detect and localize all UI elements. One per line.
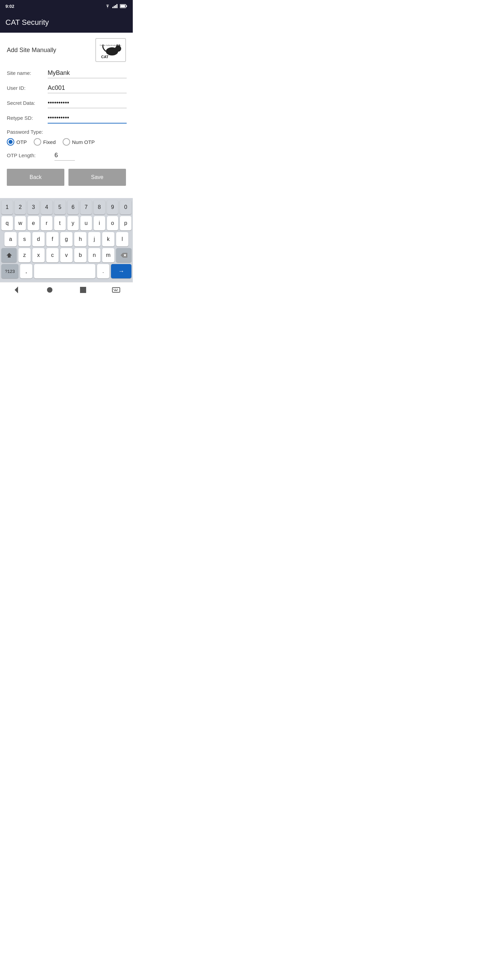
radio-otp-inner [8,140,13,144]
otp-length-label: OTP Length: [7,153,54,158]
app-bar: CAT Security [0,12,133,33]
key-v[interactable]: v [60,248,72,262]
radio-fixed[interactable]: Fixed [34,138,56,146]
key-5[interactable]: 5 [54,200,66,215]
keyboard-zxcv-row: z x c v b n m [2,248,131,262]
key-6[interactable]: 6 [67,200,79,215]
retype-sd-row: Retype SD: [7,114,126,124]
cat-logo: CAT Cellular Authentication Team [95,38,126,62]
keyboard-qwerty-row: q w e r t y u i o p [2,216,131,231]
nav-recents-icon[interactable] [78,285,88,295]
svg-rect-23 [114,290,118,291]
svg-marker-13 [6,253,12,258]
nav-home-icon[interactable] [45,285,54,295]
user-id-row: User ID: [7,84,126,93]
site-name-row: Site name: [7,69,126,78]
key-7[interactable]: 7 [80,200,92,215]
secret-data-input[interactable] [48,99,127,108]
key-comma[interactable]: , [20,264,32,278]
key-j[interactable]: j [88,232,101,247]
wifi-icon [105,4,110,8]
user-id-input[interactable] [48,84,127,93]
key-g[interactable]: g [60,232,72,247]
key-0[interactable]: 0 [120,200,131,215]
key-period[interactable]: . [97,264,109,278]
content-area: Add Site Manually CAT Cellular Authentic… [0,33,133,198]
key-u[interactable]: u [80,216,92,231]
svg-rect-6 [121,5,125,8]
svg-rect-21 [115,289,116,290]
key-q[interactable]: q [2,216,13,231]
radio-fixed-label: Fixed [43,139,56,145]
key-r[interactable]: r [41,216,53,231]
key-d[interactable]: d [32,232,45,247]
add-site-title: Add Site Manually [7,47,56,54]
key-h[interactable]: h [74,232,86,247]
key-2[interactable]: 2 [14,200,26,215]
status-icons [105,4,127,8]
status-bar: 9:02 [0,0,133,12]
key-shift[interactable] [2,248,17,262]
key-e[interactable]: e [27,216,39,231]
svg-marker-16 [14,286,18,293]
svg-rect-20 [113,289,115,290]
svg-point-17 [47,287,53,293]
key-p[interactable]: p [120,216,131,231]
user-id-label: User ID: [7,84,48,91]
key-k[interactable]: k [102,232,115,247]
svg-rect-18 [80,287,86,293]
key-i[interactable]: i [94,216,105,231]
radio-numotp[interactable]: Num OTP [63,138,95,146]
save-button[interactable]: Save [69,169,126,186]
add-site-header: Add Site Manually CAT Cellular Authentic… [7,38,126,62]
nav-keyboard-icon[interactable] [111,285,121,295]
back-button[interactable]: Back [7,169,64,186]
key-backspace[interactable] [116,248,131,262]
key-l[interactable]: l [116,232,128,247]
key-3[interactable]: 3 [27,200,39,215]
key-symbols[interactable]: ?123 [2,264,18,278]
password-type-label: Password Type: [7,129,126,135]
key-8[interactable]: 8 [94,200,105,215]
svg-rect-19 [112,288,120,292]
key-t[interactable]: t [54,216,66,231]
key-b[interactable]: b [74,248,86,262]
key-9[interactable]: 9 [107,200,118,215]
key-o[interactable]: o [107,216,118,231]
key-f[interactable]: f [46,232,59,247]
button-row: Back Save [7,169,126,186]
keyboard-asdf-row: a s d f g h j k l [2,232,131,247]
battery-icon [120,4,127,8]
key-1[interactable]: 1 [2,200,13,215]
svg-rect-0 [112,7,113,8]
key-s[interactable]: s [18,232,30,247]
site-name-input[interactable] [48,69,127,78]
key-enter[interactable]: → [111,264,131,278]
key-a[interactable]: a [5,232,17,247]
svg-text:Cellular Authentication Team: Cellular Authentication Team [100,44,121,46]
retype-sd-input[interactable] [48,114,127,124]
password-type-section: Password Type: OTP Fixed Num OTP [7,129,126,146]
cat-logo-svg: CAT Cellular Authentication Team [98,41,123,59]
secret-data-label: Secret Data: [7,99,48,106]
key-m[interactable]: m [102,248,115,262]
key-space[interactable] [34,264,95,278]
otp-length-input[interactable] [54,151,75,161]
radio-otp-label: OTP [16,139,27,145]
svg-rect-3 [116,4,118,8]
key-w[interactable]: w [14,216,26,231]
key-y[interactable]: y [67,216,79,231]
key-4[interactable]: 4 [41,200,53,215]
radio-numotp-label: Num OTP [72,139,95,145]
keyboard: 1 2 3 4 5 6 7 8 9 0 q w e r t y u i o p … [0,198,133,282]
key-c[interactable]: c [46,248,59,262]
shift-icon [6,252,12,258]
backspace-icon [121,253,127,258]
app-title: CAT Security [5,18,49,27]
keyboard-bottom-row: ?123 , . → [2,264,131,278]
radio-otp[interactable]: OTP [7,138,27,146]
nav-back-icon[interactable] [12,285,21,295]
key-n[interactable]: n [88,248,101,262]
key-z[interactable]: z [18,248,30,262]
key-x[interactable]: x [32,248,45,262]
